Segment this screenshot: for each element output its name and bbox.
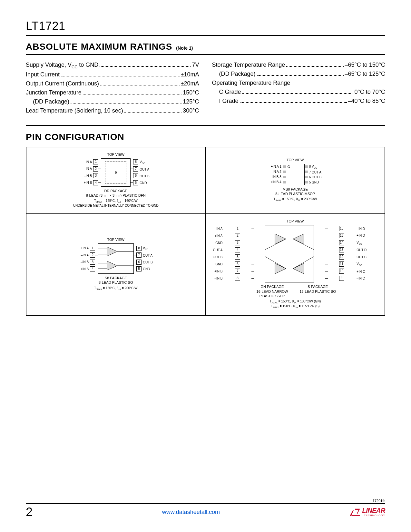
pin-label: –IN B bbox=[75, 260, 90, 264]
rating-label: C Grade bbox=[212, 88, 241, 97]
top-view-label: TOP VIEW bbox=[107, 238, 124, 241]
rating-value: ±10mA bbox=[181, 70, 199, 79]
pin-label: +IN B bbox=[209, 270, 224, 273]
pin-number: 1 bbox=[235, 226, 240, 231]
dd-thermal: TJMAX = 125°C, θJA = 160°C/W bbox=[30, 199, 202, 204]
top-view-label: TOP VIEW bbox=[30, 153, 202, 156]
pin-label: OUT D bbox=[355, 248, 370, 252]
pin-number: 14 bbox=[339, 240, 344, 245]
dd-note: UNDERSIDE METAL INTERNALLY CONNECTED TO … bbox=[30, 204, 202, 208]
rating-value: 125°C bbox=[183, 97, 199, 106]
ms8-pkg-desc: 8-LEAD PLASTIC MSOP bbox=[275, 192, 315, 196]
pin-number: 12 bbox=[339, 254, 344, 260]
svg-marker-9 bbox=[293, 234, 304, 244]
rating-row: C Grade0°C to 70°C bbox=[212, 88, 386, 97]
pin-label: –IN A bbox=[78, 167, 93, 171]
pin-label: –IN A 2 bbox=[268, 170, 283, 173]
pin-label: 8 VCC bbox=[308, 165, 323, 169]
pin-label: +IN C bbox=[355, 270, 370, 273]
pin-number: 5 bbox=[133, 180, 138, 185]
pin-number: 2 bbox=[235, 233, 240, 238]
pin-label: VCC bbox=[355, 241, 370, 245]
s8-chip-diagram: +IN A–IN A–IN B+IN B 1234 bbox=[75, 243, 156, 274]
pin-label: –IN A bbox=[209, 227, 224, 231]
pin-number: 7 bbox=[235, 269, 240, 274]
pin-number: 2 bbox=[93, 166, 98, 172]
ratings-header: ABSOLUTE MAXIMUM RATINGS (Note 1) bbox=[26, 42, 385, 55]
dd-chip-diagram: +IN A–IN A–IN B+IN B 1234 9 8765 VCCOUT … bbox=[78, 158, 153, 187]
pin-label: –IN B bbox=[78, 174, 93, 178]
svg-marker-18 bbox=[355, 508, 360, 514]
pin-number: 5 bbox=[136, 266, 142, 271]
pin-number: 15 bbox=[339, 233, 344, 238]
pin-label: 7 OUT A bbox=[308, 171, 323, 174]
doc-code: 17201fc bbox=[26, 499, 385, 503]
pin-label: +IN A bbox=[78, 160, 93, 164]
footer-link[interactable]: www.datasheetall.com bbox=[33, 509, 349, 516]
pin-config-grid: TOP VIEW +IN A–IN A–IN B+IN B 1234 9 876… bbox=[26, 147, 385, 316]
pin-number: 2 bbox=[90, 252, 95, 258]
pin-number: 5 bbox=[235, 254, 240, 260]
s8-pkg-name: S8 PACKAGE bbox=[99, 276, 133, 280]
pin-number: 13 bbox=[339, 247, 344, 252]
rating-label: Junction Temperature bbox=[26, 88, 82, 97]
ratings-columns: Supply Voltage, VCC to GND7VInput Curren… bbox=[26, 61, 385, 115]
pin-label: –IN D bbox=[355, 227, 370, 231]
pin-number: 9 bbox=[339, 276, 344, 281]
dd-center-pad: 9 bbox=[115, 171, 117, 174]
rating-label: Operating Temperature Range bbox=[212, 79, 290, 88]
pin-label: +IN B bbox=[78, 181, 93, 184]
svg-marker-1 bbox=[107, 261, 117, 270]
pin-label: +IN D bbox=[355, 234, 370, 237]
package-dd: TOP VIEW +IN A–IN A–IN B+IN B 1234 9 876… bbox=[26, 147, 206, 214]
page-number: 2 bbox=[26, 505, 33, 519]
s16-thermal: TJMAX = 150°C, θJA = 115°C/W (S) bbox=[209, 304, 382, 309]
pin-number: 16 bbox=[339, 226, 344, 231]
pin-label: OUT B bbox=[209, 255, 224, 259]
pin-label: VCC bbox=[355, 262, 370, 266]
svg-marker-17 bbox=[351, 515, 360, 516]
pin-label: 5 GND bbox=[308, 181, 323, 184]
logo-subtext: TECHNOLOGY bbox=[362, 514, 385, 517]
s16-pkg-name: S PACKAGE bbox=[300, 284, 336, 289]
rating-label: (DD Package) bbox=[212, 70, 256, 79]
rating-row: Operating Temperature Range bbox=[212, 79, 386, 88]
rating-row: (DD Package)125°C bbox=[26, 97, 199, 106]
pin-label: –IN B 3 bbox=[268, 175, 283, 179]
pin-number: 6 bbox=[235, 261, 240, 267]
rating-label: Output Current (Continuous) bbox=[26, 79, 99, 88]
rating-value: 0°C to 70°C bbox=[355, 88, 385, 97]
s8-pkg-desc: 8-LEAD PLASTIC SO bbox=[99, 280, 133, 285]
ratings-title: ABSOLUTE MAXIMUM RATINGS bbox=[26, 42, 172, 52]
rating-label: Supply Voltage, VCC to GND bbox=[26, 61, 98, 70]
pin-label: +IN B bbox=[75, 267, 90, 271]
pin-number: 4 bbox=[90, 266, 95, 271]
rating-label: I Grade bbox=[212, 97, 239, 106]
pin-label: +IN A 1 bbox=[268, 165, 283, 168]
svg-marker-8 bbox=[275, 234, 286, 244]
gn-thermal: TJMAX = 150°C, θJA = 135°C/W (GN) bbox=[209, 300, 382, 304]
logo-text: LINEAR bbox=[362, 507, 385, 514]
rating-row: Storage Temperature Range–65°C to 150°C bbox=[212, 61, 386, 70]
pin-config-title: PIN CONFIGURATION bbox=[26, 125, 385, 142]
pin-label: –IN A bbox=[75, 253, 90, 257]
rating-value: –40°C to 85°C bbox=[348, 97, 385, 106]
pin-number: 7 bbox=[136, 252, 142, 258]
rating-row: Input Current±10mA bbox=[26, 70, 199, 79]
dd-pkg-desc: 8-LEAD (3mm × 3mm) PLASTIC DFN bbox=[30, 193, 202, 198]
rating-value: 300°C bbox=[183, 106, 199, 115]
rating-label: Storage Temperature Range bbox=[212, 61, 285, 70]
dd-pkg-name: DD PACKAGE bbox=[30, 189, 202, 193]
s16-pkg-desc: 16-LEAD PLASTIC SO bbox=[300, 289, 336, 294]
page-footer: 17201fc 2 www.datasheetall.com LINEAR TE… bbox=[26, 499, 385, 519]
pin-number: 7 bbox=[133, 166, 138, 172]
rating-value: 7V bbox=[192, 61, 199, 70]
top-view-label: TOP VIEW bbox=[287, 158, 304, 162]
rating-row: (DD Package)–65°C to 125°C bbox=[212, 70, 386, 79]
pin-label: +IN A bbox=[75, 246, 90, 250]
pin-number: 8 bbox=[136, 246, 142, 251]
package-gn-s16: TOP VIEW –IN A+IN AGNDOUT AOUT BGND+IN B… bbox=[206, 214, 385, 315]
pin-label: OUT A bbox=[138, 168, 153, 171]
pin-label: 6 OUT B bbox=[308, 175, 323, 179]
pin-label: –IN C bbox=[355, 277, 370, 280]
